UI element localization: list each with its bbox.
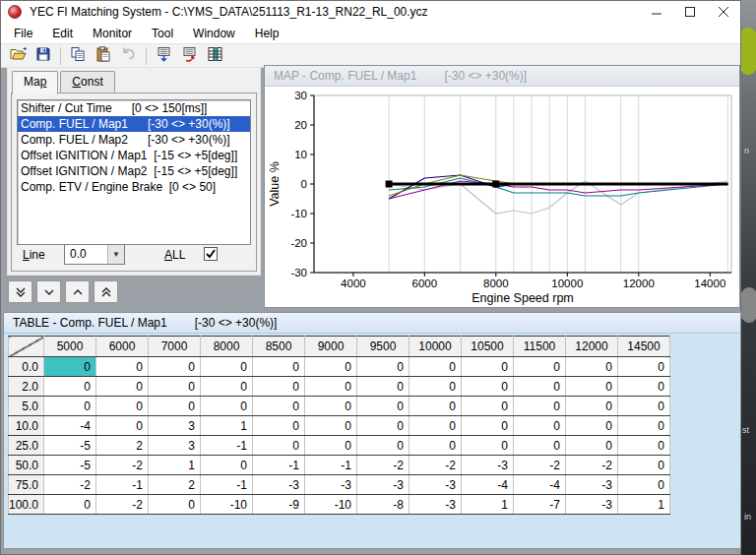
table-cell[interactable]: -2 (566, 456, 618, 475)
table-cell[interactable]: 0 (462, 397, 514, 416)
menu-help[interactable]: Help (245, 24, 289, 43)
table-cell[interactable]: 0 (149, 357, 201, 377)
table-cell[interactable]: 3 (149, 416, 201, 436)
ecu-write-button[interactable] (151, 45, 176, 67)
row-nav-up-button[interactable] (65, 280, 90, 303)
table-cell[interactable]: 3 (149, 436, 201, 456)
table-cell[interactable]: 0 (462, 436, 514, 456)
table-cell[interactable]: 0 (201, 456, 253, 475)
table-cell[interactable]: -2 (96, 456, 149, 475)
table-cell[interactable]: 1 (618, 495, 670, 515)
table-cell[interactable]: 0 (410, 397, 462, 416)
list-item[interactable]: Offset IGNITION / Map1 [-15 <> +5[deg]] (18, 148, 250, 163)
table-cell[interactable]: 0 (96, 357, 149, 377)
table-cell[interactable]: 0 (44, 377, 96, 397)
table-cell[interactable]: 0 (618, 416, 670, 436)
table-cell[interactable]: -10 (201, 495, 253, 515)
list-item[interactable]: Shifter / Cut Time [0 <> 150[ms]] (18, 100, 250, 116)
table-cell[interactable]: -2 (410, 456, 462, 475)
table-cell[interactable]: 0 (410, 436, 462, 456)
table-cell[interactable]: 0 (566, 377, 618, 397)
table-cell[interactable]: -1 (201, 475, 253, 495)
table-cell[interactable]: 0 (305, 377, 357, 397)
table-cell[interactable]: -3 (566, 475, 618, 495)
paste-button[interactable] (91, 45, 116, 67)
save-file-button[interactable] (31, 45, 56, 67)
table-cell[interactable]: 0 (149, 495, 201, 515)
table-cell[interactable]: 0 (514, 397, 566, 416)
table-cell[interactable]: 0 (514, 357, 566, 377)
table-cell[interactable]: 0 (201, 377, 253, 397)
table-cell[interactable]: 0 (44, 397, 96, 416)
menu-edit[interactable]: Edit (42, 24, 83, 43)
copy-button[interactable] (65, 45, 91, 67)
list-item[interactable]: Offset IGNITION / Map2 [-15 <> +5[deg]] (18, 163, 250, 179)
menu-tool[interactable]: Tool (142, 24, 183, 43)
table-cell[interactable]: 0 (201, 357, 253, 377)
list-item[interactable]: Comp. FUEL / Map2 [-30 <> +30(%)] (18, 132, 250, 148)
table-cell[interactable]: -2 (514, 456, 566, 475)
table-cell[interactable]: 1 (149, 456, 201, 475)
table-cell[interactable]: -3 (305, 475, 357, 495)
table-cell[interactable]: 0 (44, 495, 96, 515)
menu-monitor[interactable]: Monitor (83, 24, 142, 43)
table-cell[interactable]: 0 (618, 357, 670, 377)
maximize-button[interactable] (673, 1, 707, 23)
table-cell[interactable]: 1 (201, 416, 253, 436)
table-cell[interactable]: 0 (514, 416, 566, 436)
table-cell[interactable]: 0 (253, 436, 305, 456)
table-cell[interactable]: -2 (96, 495, 149, 515)
table-cell[interactable]: 0 (514, 436, 566, 456)
table-cell[interactable]: 0 (305, 357, 357, 377)
open-file-button[interactable] (5, 45, 31, 67)
table-cell[interactable]: -8 (357, 495, 410, 515)
minimize-button[interactable] (640, 1, 673, 23)
table-cell[interactable]: 0 (566, 436, 618, 456)
row-nav-double-up-button[interactable] (94, 280, 118, 303)
table-cell[interactable]: 0 (410, 377, 462, 397)
table-cell[interactable]: -2 (44, 475, 96, 495)
table-cell[interactable]: 2 (149, 475, 201, 495)
table-cell[interactable]: -1 (253, 456, 305, 475)
line-select[interactable]: 0.0 ▼ (64, 244, 125, 265)
table-cell[interactable]: -1 (201, 436, 253, 456)
table-cell[interactable]: 2 (96, 436, 149, 456)
table-cell[interactable]: 0 (357, 436, 410, 456)
menu-file[interactable]: File (4, 24, 42, 43)
map-list[interactable]: Shifter / Cut Time [0 <> 150[ms]]Comp. F… (17, 99, 251, 245)
table-cell[interactable]: 0 (618, 397, 670, 416)
table-cell[interactable]: 0 (357, 357, 410, 377)
table-cell[interactable]: -4 (462, 475, 514, 495)
table-cell[interactable]: -5 (44, 436, 96, 456)
table-cell[interactable]: 0 (253, 397, 305, 416)
close-button[interactable] (707, 1, 740, 23)
table-cell[interactable]: 0 (357, 416, 410, 436)
table-cell[interactable]: -2 (357, 456, 410, 475)
table-cell[interactable]: 0 (462, 416, 514, 436)
tab-const[interactable]: Const (60, 71, 114, 92)
table-cell[interactable]: -1 (96, 475, 149, 495)
table-cell[interactable]: 0 (357, 397, 410, 416)
all-checkbox[interactable] (204, 247, 218, 261)
table-cell[interactable]: -3 (253, 475, 305, 495)
table-cell[interactable]: -7 (514, 495, 566, 515)
table-cell[interactable]: -3 (410, 475, 462, 495)
table-cell[interactable]: -4 (44, 416, 96, 436)
list-item[interactable]: Comp. FUEL / Map1 [-30 <> +30(%)] (18, 116, 250, 132)
table-cell[interactable]: 0 (618, 456, 670, 475)
table-cell[interactable]: 0 (566, 357, 618, 377)
tab-map[interactable]: Map (12, 71, 58, 94)
undo-button[interactable] (116, 45, 142, 67)
table-cell[interactable]: 0 (253, 357, 305, 377)
table-cell[interactable]: 0 (149, 397, 201, 416)
table-cell[interactable]: -4 (514, 475, 566, 495)
title-bar[interactable]: YEC FI Matching System - C:\YMS_DATA\251… (1, 1, 740, 23)
table-cell[interactable]: 0 (566, 397, 618, 416)
table-cell[interactable]: 0 (618, 377, 670, 397)
table-cell[interactable]: 0 (305, 397, 357, 416)
table-cell[interactable]: 0 (618, 436, 670, 456)
ecu-read-button[interactable] (176, 45, 202, 67)
map-chart[interactable]: 3020100-10-20-30400060008000100001200014… (267, 88, 737, 305)
table-cell[interactable]: 0 (410, 416, 462, 436)
table-cell[interactable]: -5 (44, 456, 96, 475)
